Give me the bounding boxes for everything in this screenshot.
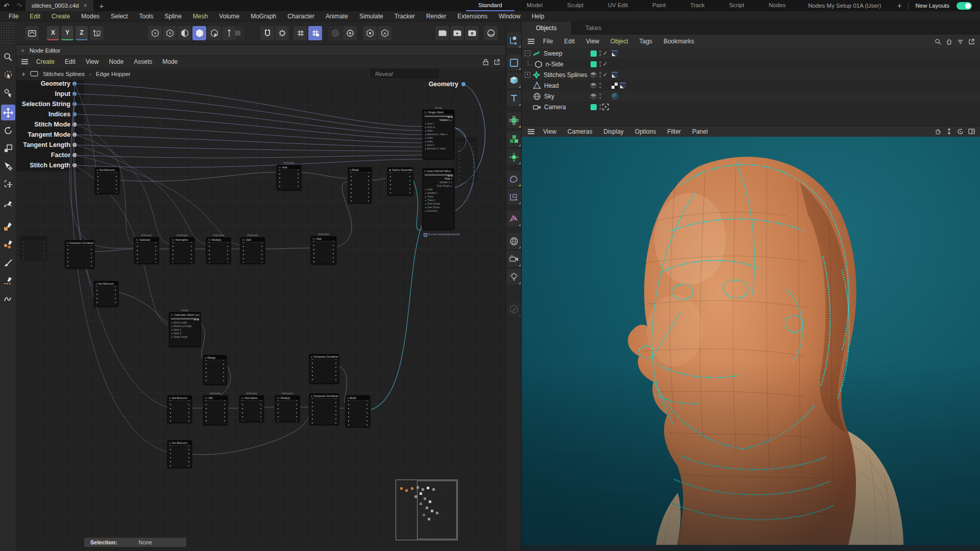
render-settings-button[interactable] <box>465 26 479 40</box>
object-row-head[interactable]: Head <box>522 80 980 91</box>
graph-node[interactable]: ArithmeticƒxAdd <box>311 236 336 264</box>
graph-node[interactable]: ≡Get Element <box>94 281 118 307</box>
live-selection-tool[interactable] <box>1 49 15 65</box>
viewport-history-button[interactable] <box>25 26 39 40</box>
graph-node[interactable]: ArithmeticƒxNormalize <box>170 237 194 264</box>
menu-tracker[interactable]: Tracker <box>389 13 421 20</box>
make-editable-button[interactable] <box>148 26 162 40</box>
multi-transform-tool[interactable] <box>1 176 15 192</box>
document-tab[interactable]: stitches_0003.c4d × <box>26 0 93 11</box>
layout-tab-model[interactable]: Model <box>514 0 555 11</box>
graph-node[interactable]: ≡Get Element <box>167 395 192 423</box>
graph-node[interactable]: ArithmeticƒxSubtract <box>134 237 159 264</box>
object-name[interactable]: Sky <box>544 93 554 100</box>
snap-settings-button[interactable] <box>275 26 289 40</box>
lasso-selection-tool[interactable] <box>1 67 15 83</box>
layout-tab-nodes[interactable]: Nodes <box>756 0 798 11</box>
object-name[interactable]: Camera <box>544 104 566 111</box>
hamburger-icon[interactable] <box>528 131 534 132</box>
camera-create-button[interactable] <box>507 251 521 267</box>
node-graph-canvas[interactable]: Geometry Input Selection String Indices … <box>16 81 505 551</box>
viewport-solo-button[interactable] <box>343 26 357 40</box>
object-row-nside[interactable]: n-Side ✓ <box>522 59 980 69</box>
polygon-mode-button[interactable] <box>192 26 206 40</box>
phong-tag-icon[interactable] <box>611 72 618 78</box>
interactive-render-region-button[interactable] <box>328 26 342 40</box>
minimap-view-rect[interactable] <box>417 481 457 539</box>
graph-node[interactable]: ◆Spline Assembler <box>387 167 413 195</box>
collapse-icon[interactable]: − <box>525 51 530 56</box>
modeling-generator-button[interactable] <box>507 131 521 147</box>
popout-icon[interactable] <box>968 38 975 45</box>
menu-extensions[interactable]: Extensions <box>452 13 493 20</box>
breadcrumb-root[interactable]: Stitches Splines <box>43 71 85 77</box>
edge-cut-tool[interactable] <box>1 273 15 289</box>
axis-x-button[interactable]: X <box>47 26 59 40</box>
orbit-icon[interactable] <box>957 128 964 135</box>
toggle-view-icon[interactable] <box>968 128 975 135</box>
popout-icon[interactable] <box>494 59 500 65</box>
light-create-button[interactable] <box>507 269 521 285</box>
symmetry-button[interactable] <box>507 211 521 227</box>
axis-y-button[interactable]: Y <box>61 26 74 40</box>
graph-node[interactable]: ≡Build <box>348 167 372 203</box>
deformer-button[interactable] <box>507 171 521 187</box>
render-to-picture-viewer-button[interactable] <box>450 26 464 40</box>
ne-menu-mode[interactable]: Mode <box>157 58 183 65</box>
new-layouts-toggle[interactable] <box>957 2 972 10</box>
graph-node[interactable]: ≡Compose Container <box>309 393 339 425</box>
ne-menu-create[interactable]: Create <box>31 58 60 65</box>
add-tab-icon[interactable]: + <box>100 2 104 10</box>
graph-node[interactable]: ArithmeticƒxMultiply <box>206 237 231 264</box>
layout-preset-label[interactable]: Nodes My Setup 01A (User) <box>798 3 891 9</box>
spline-primitive-button[interactable] <box>507 55 521 70</box>
tab-objects[interactable]: Objects <box>522 21 571 35</box>
vp-menu-cameras[interactable]: Cameras <box>562 128 598 135</box>
snap-button[interactable] <box>260 26 274 40</box>
om-menu-file[interactable]: File <box>537 38 558 45</box>
layout-tab-script[interactable]: Script <box>717 0 756 11</box>
menu-select[interactable]: Select <box>105 13 133 20</box>
vp-menu-view[interactable]: View <box>537 128 562 135</box>
field-button[interactable] <box>507 189 521 205</box>
menu-simulate[interactable]: Simulate <box>354 13 389 20</box>
object-row-sweep[interactable]: − Sweep ✓ <box>522 48 980 59</box>
filter-icon[interactable] <box>957 38 964 45</box>
graph-node[interactable]: ArithmeticƒxMultiply <box>275 395 300 422</box>
om-menu-tags[interactable]: Tags <box>634 38 658 45</box>
sky-material-tag[interactable] <box>611 93 618 99</box>
ne-menu-assets[interactable]: Assets <box>129 58 157 65</box>
new-layouts-label[interactable]: New Layouts <box>909 3 957 9</box>
rotate-tool[interactable] <box>1 122 15 138</box>
motext-button[interactable] <box>507 90 521 106</box>
sky-environment-button[interactable] <box>507 233 521 249</box>
graph-node[interactable]: ≡Get Element <box>95 167 119 194</box>
search-icon[interactable] <box>935 38 941 45</box>
visibility-dots[interactable] <box>599 61 601 67</box>
layer-color-chip[interactable] <box>591 61 597 67</box>
hamburger-icon[interactable] <box>528 41 534 42</box>
graph-node-faded[interactable] <box>20 236 47 260</box>
viewport-3d[interactable] <box>522 137 980 545</box>
spline-tools-button[interactable] <box>507 32 521 48</box>
lock-icon[interactable] <box>482 59 489 65</box>
enabled-check-icon[interactable]: ✓ <box>603 71 607 78</box>
vp-menu-panel[interactable]: Panel <box>687 128 714 135</box>
enabled-check-icon[interactable]: ✓ <box>603 50 607 57</box>
menu-render[interactable]: Render <box>421 13 452 20</box>
object-name[interactable]: n-Side <box>546 61 564 68</box>
render-view-button[interactable] <box>435 26 449 40</box>
menu-volume[interactable]: Volume <box>213 13 245 20</box>
visibility-dots[interactable] <box>599 83 601 89</box>
visibility-dots[interactable] <box>599 104 601 110</box>
expand-icon[interactable]: + <box>525 72 530 78</box>
object-name[interactable]: Sweep <box>544 50 562 57</box>
edit-disabled-button[interactable] <box>507 301 521 317</box>
layers-icon[interactable] <box>590 82 597 89</box>
vp-menu-options[interactable]: Options <box>629 128 662 135</box>
object-row-camera[interactable]: Camera <box>522 102 980 112</box>
graph-node[interactable]: ArithmeticƒxMix <box>203 395 228 425</box>
node-minimap[interactable] <box>396 480 458 540</box>
graph-node[interactable]: ≡Compose Container <box>65 240 94 268</box>
menu-animate[interactable]: Animate <box>320 13 354 20</box>
